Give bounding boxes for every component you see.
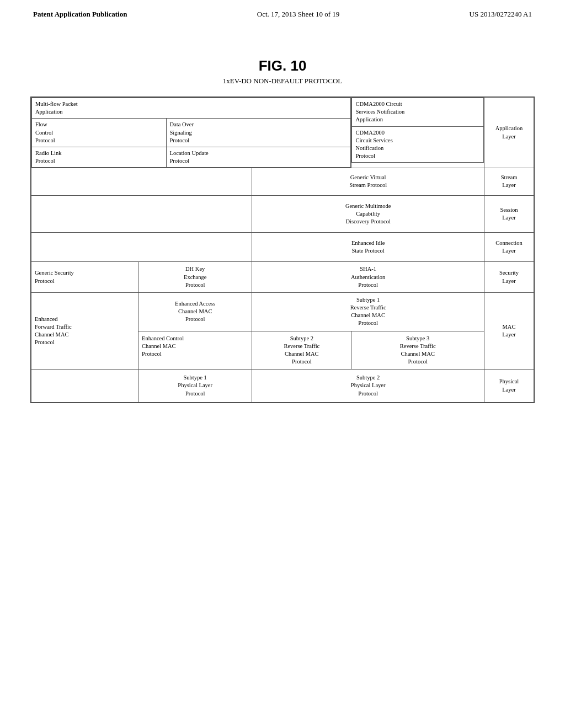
subtype2-reverse-cell: Subtype 2Reverse TrafficChannel MACProto…	[252, 331, 351, 370]
session-layer-label: SessionLayer	[484, 195, 534, 233]
cdma-app-label: CDMA2000 CircuitServices NotificationApp…	[352, 98, 484, 127]
enhanced-access-cell: Enhanced AccessChannel MACProtocol	[138, 292, 252, 331]
connection-layer-label: ConnectionLayer	[484, 233, 534, 262]
connection-empty-left	[31, 233, 252, 262]
connection-protocol-cell: Enhanced IdleState Protocol	[252, 233, 484, 262]
enhanced-forward-cell: EnhancedForward TrafficChannel MACProtoc…	[31, 292, 138, 369]
radio-link-cell: Radio LinkProtocol	[32, 147, 167, 167]
security-layer-row: Generic SecurityProtocol DH KeyExchangeP…	[31, 262, 534, 293]
mac-layer-row1: EnhancedForward TrafficChannel MACProtoc…	[31, 292, 534, 331]
stream-layer-label: StreamLayer	[484, 168, 534, 195]
subtype2-physical-cell: Subtype 2Physical LayerProtocol	[252, 370, 484, 403]
diagram-table: Multi-flow PacketApplication FlowControl…	[31, 97, 534, 403]
application-layer-label: ApplicationLayer	[484, 98, 534, 168]
connection-layer-row: Enhanced IdleState Protocol ConnectionLa…	[31, 233, 534, 262]
figure-subtitle: 1xEV-DO NON-DEFAULT PROTOCOL	[0, 77, 565, 85]
subtype1-physical-cell: Subtype 1Physical LayerProtocol	[138, 370, 252, 403]
location-update-cell: Location UpdateProtocol	[166, 147, 351, 167]
enhanced-control-cell: Enhanced ControlChannel MACProtocol	[138, 331, 252, 370]
session-protocol-cell: Generic MultimodeCapabilityDiscovery Pro…	[252, 195, 484, 233]
subtype3-reverse-cell: Subtype 3Reverse TrafficChannel MACProto…	[351, 331, 484, 370]
subtype1-reverse-cell: Subtype 1Reverse TrafficChannel MACProto…	[252, 292, 484, 331]
protocol-diagram: Multi-flow PacketApplication FlowControl…	[30, 97, 535, 403]
stream-protocol-cell: Generic VirtualStream Protocol	[252, 168, 484, 195]
page-header: Patent Application Publication Oct. 17, …	[0, 0, 565, 24]
session-empty-left	[31, 195, 252, 233]
security-layer-label: SecurityLayer	[484, 262, 534, 293]
header-date: Oct. 17, 2013 Sheet 10 of 19	[257, 10, 339, 19]
physical-layer-label: PhysicalLayer	[484, 370, 534, 403]
physical-empty-left	[31, 370, 138, 403]
cdma-circuit-cell: CDMA2000Circuit ServicesNotificationProt…	[352, 126, 484, 163]
sha1-cell: SHA-1AuthenticationProtocol	[252, 262, 484, 293]
physical-layer-row: Subtype 1Physical LayerProtocol Subtype …	[31, 370, 534, 403]
app-layer-row: Multi-flow PacketApplication FlowControl…	[31, 98, 534, 168]
header-publication: Patent Application Publication	[33, 10, 127, 19]
stream-empty-left	[31, 168, 252, 195]
header-patent: US 2013/0272240 A1	[470, 10, 532, 19]
dh-key-cell: DH KeyExchangeProtocol	[138, 262, 252, 293]
mac-layer-label: MACLayer	[484, 292, 534, 369]
figure-title-block: FIG. 10	[0, 57, 565, 74]
cdma-app-block: CDMA2000 CircuitServices NotificationApp…	[351, 98, 484, 168]
multiflow-label: Multi-flow PacketApplication	[32, 98, 351, 119]
flow-control-cell: FlowControlProtocol	[32, 119, 167, 147]
generic-security-cell: Generic SecurityProtocol	[31, 262, 138, 293]
data-over-signaling-cell: Data OverSignalingProtocol	[166, 119, 351, 147]
figure-number: FIG. 10	[0, 57, 565, 74]
session-layer-row: Generic MultimodeCapabilityDiscovery Pro…	[31, 195, 534, 233]
stream-layer-row: Generic VirtualStream Protocol StreamLay…	[31, 168, 534, 195]
